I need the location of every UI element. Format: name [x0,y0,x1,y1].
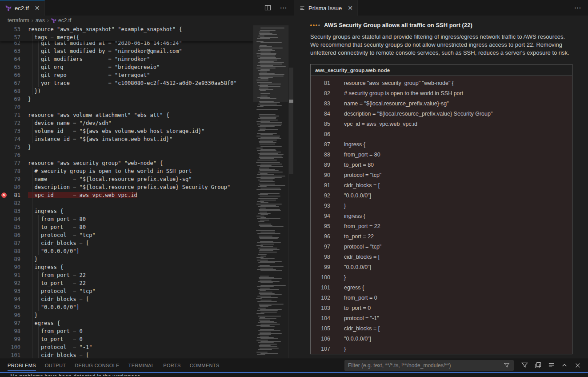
code-line[interactable]: 53resource "aws_ebs_snapshot" "example_s… [0,25,253,33]
code-line[interactable]: 64 git_modifiers = "nimrodkor" [0,55,253,63]
line-number[interactable]: 100 [8,343,28,351]
line-number[interactable]: 80 [8,183,28,191]
panel-tab-problems[interactable]: PROBLEMS [3,358,40,372]
line-number[interactable]: 90 [8,263,28,271]
sticky-scroll[interactable]: 53resource "aws_ebs_snapshot" "example_s… [0,25,253,41]
code-line[interactable]: 98 from_port = 0 [0,327,253,335]
breadcrumb-file[interactable]: ec2.tf [51,17,71,24]
code-line[interactable]: 92 to_port = 22 [0,279,253,287]
line-number[interactable]: 64 [8,55,28,63]
code-line[interactable]: 69} [0,95,253,103]
breadcrumb-folder[interactable]: aws [36,17,45,24]
line-number[interactable]: 99 [8,335,28,343]
code-line[interactable]: 95 "0.0.0.0/0"] [0,303,253,311]
code-line[interactable]: 84 from_port = 80 [0,215,253,223]
editor-scrollbar[interactable] [288,25,294,358]
filter-icon[interactable] [502,361,511,370]
close-icon[interactable]: ✕ [35,5,40,11]
code-line[interactable]: 57 tags = merge({ [0,33,253,41]
minimap-viewport[interactable] [253,25,288,102]
line-number[interactable]: 93 [8,287,28,295]
line-number[interactable]: 88 [8,247,28,255]
line-number[interactable]: 68 [8,87,28,95]
code-line[interactable]: 90 ingress { [0,263,253,271]
maximize-panel-icon[interactable] [560,361,569,370]
code-line[interactable]: 91 from_port = 22 [0,271,253,279]
line-number[interactable]: 91 [8,271,28,279]
line-number[interactable]: 86 [8,231,28,239]
filter-input[interactable] [348,362,502,369]
line-number[interactable]: 87 [8,239,28,247]
line-number[interactable]: 72 [8,119,28,127]
more-actions-icon[interactable]: ⋯ [573,4,582,12]
line-number[interactable]: 66 [8,71,28,79]
menu-lines-icon[interactable] [547,361,556,370]
code-line[interactable]: 75} [0,143,253,151]
code-line[interactable]: 77resource "aws_security_group" "web-nod… [0,159,253,167]
error-icon[interactable]: ✕ [0,191,8,199]
panel-tab-terminal[interactable]: TERMINAL [124,358,159,372]
line-number[interactable]: 94 [8,295,28,303]
panel-tab-comments[interactable]: COMMENTS [185,358,224,372]
line-number[interactable]: 82 [8,199,28,207]
line-number[interactable]: 92 [8,279,28,287]
code-line[interactable]: 63 git_last_modified_by = "nimrodkor@gma… [0,47,253,55]
line-number[interactable]: 79 [8,175,28,183]
code-line[interactable]: ✕81 vpc_id = aws_vpc.web_vpc.id [0,191,253,199]
minimap[interactable] [253,25,288,358]
code-line[interactable]: 68 }) [0,87,253,95]
code-line[interactable]: 82 [0,199,253,207]
line-number[interactable]: 101 [8,351,28,358]
code-line[interactable]: 76 [0,151,253,159]
view-as-table-icon[interactable] [533,361,542,370]
panel-tab-ports[interactable]: PORTS [159,358,185,372]
line-number[interactable]: 70 [8,103,28,111]
close-panel-icon[interactable] [573,361,582,370]
panel-tab-output[interactable]: OUTPUT [40,358,70,372]
code-line[interactable]: 70 [0,103,253,111]
code-line[interactable]: 66 git_repo = "terragoat" [0,71,253,79]
code-line[interactable]: 67 yor_trace = "c1008080-ec2f-4512-a0d0-… [0,79,253,87]
line-number[interactable]: 65 [8,63,28,71]
line-number[interactable]: 83 [8,207,28,215]
line-number[interactable]: 69 [8,95,28,103]
code-line[interactable]: 83 ingress { [0,207,253,215]
more-actions-icon[interactable]: ⋯ [279,4,288,12]
split-editor-icon[interactable] [263,4,272,12]
code-line[interactable]: 71resource "aws_volume_attachment" "ebs_… [0,111,253,119]
code-line[interactable]: 88 "0.0.0.0/0"] [0,247,253,255]
panel-tab-debug-console[interactable]: DEBUG CONSOLE [70,358,124,372]
close-icon[interactable]: ✕ [348,5,353,11]
code-line[interactable]: 99 to_port = 0 [0,335,253,343]
line-number[interactable]: 73 [8,127,28,135]
code-line[interactable]: 97 egress { [0,319,253,327]
tab-prisma-issue[interactable]: Prisma Issue ✕ [294,0,358,16]
line-number[interactable]: 75 [8,143,28,151]
line-number[interactable]: 76 [8,151,28,159]
tab-ec2-tf[interactable]: ec2.tf ✕ [0,0,45,16]
line-number[interactable]: 71 [8,111,28,119]
code-line[interactable]: 94 cidr_blocks = [ [0,295,253,303]
line-number[interactable]: 63 [8,47,28,55]
code-line[interactable]: 93 protocol = "tcp" [0,287,253,295]
scrollbar-slider[interactable] [289,68,293,174]
line-number[interactable]: 95 [8,303,28,311]
line-number[interactable]: 77 [8,159,28,167]
line-number[interactable]: 81 [8,191,28,199]
code-line[interactable]: 72 device_name = "/dev/sdh" [0,119,253,127]
line-number[interactable]: 89 [8,255,28,263]
code-line[interactable]: 79 name = "${local.resource_prefix.value… [0,175,253,183]
line-number[interactable]: 85 [8,223,28,231]
breadcrumb-folder[interactable]: terraform [8,17,29,24]
code-line[interactable]: 89 } [0,255,253,263]
code-line[interactable]: 96 } [0,311,253,319]
code-line[interactable]: 101 cidr_blocks = [ [0,351,253,358]
filter-funnel-icon[interactable] [520,361,529,370]
code-line[interactable]: 78 # security group is open to the world… [0,167,253,175]
line-number[interactable]: 53 [8,25,28,33]
code-line[interactable]: 73 volume_id = "${aws_ebs_volume.web_hos… [0,127,253,135]
code-area[interactable]: 62 git_last_modified_at = "2020-06-16 14… [0,25,253,358]
line-number[interactable]: 96 [8,311,28,319]
line-number[interactable]: 57 [8,33,28,41]
code-line[interactable]: 87 cidr_blocks = [ [0,239,253,247]
